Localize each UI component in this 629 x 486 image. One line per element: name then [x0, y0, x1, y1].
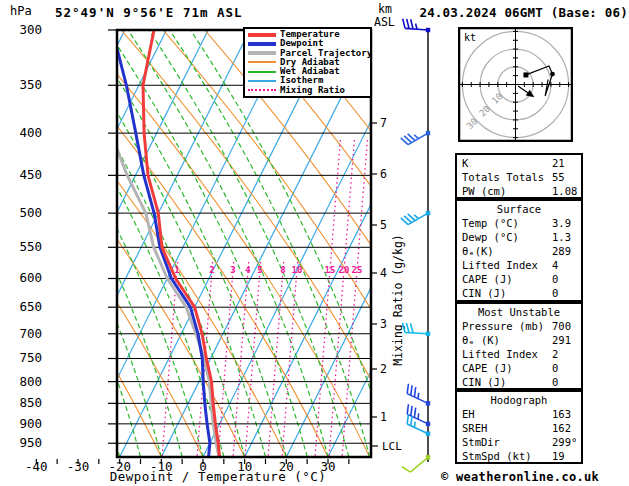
info-value: 55 — [552, 170, 565, 184]
info-value: 1.08 — [552, 184, 577, 198]
pressure-tick-label: 500 — [19, 205, 42, 220]
lcl-label: LCL — [382, 440, 402, 453]
hodograph-ring-label: 30 — [465, 116, 480, 131]
km-tick-label: 1 — [380, 410, 387, 424]
info-value: 163 — [552, 407, 571, 421]
plot-legend: TemperatureDewpointParcel TrajectoryDry … — [243, 27, 372, 98]
mixing-ratio-label: 15 — [325, 265, 336, 275]
pressure-tick-label: 600 — [19, 270, 42, 285]
wind-barb-joint — [426, 422, 430, 426]
info-label: Lifted Index — [462, 348, 538, 360]
mixing-ratio-line — [245, 262, 261, 457]
info-row: Lifted Index2 — [457, 347, 581, 361]
info-label: CIN (J) — [462, 376, 506, 388]
info-value: 700 — [552, 319, 571, 333]
pressure-tick-label: 300 — [19, 22, 42, 37]
info-value: 0 — [552, 286, 558, 300]
km-tick-label: 3 — [380, 317, 387, 331]
pressure-tick-label: 350 — [19, 77, 42, 92]
skewt-sounding-app: hPa 52°49'N 9°56'E 71m ASL km ASL 24.03.… — [0, 0, 629, 486]
temp-axis-title: Dewpoint / Temperature (°C) — [110, 469, 327, 484]
info-label: CIN (J) — [462, 287, 506, 299]
info-value: 0 — [552, 375, 558, 389]
info-row: SREH162 — [457, 421, 581, 435]
info-label: Totals Totals — [462, 171, 544, 183]
info-box-indices: K21Totals Totals55PW (cm)1.08 — [455, 153, 583, 199]
hodograph-panel: 102030kt — [458, 27, 573, 142]
info-value: 21 — [552, 156, 565, 170]
pressure-tick-label: 400 — [19, 125, 42, 140]
info-box-most-unstable: Most UnstablePressure (mb)700θₑ (K)291Li… — [455, 302, 583, 390]
info-box-title: Most Unstable — [457, 305, 581, 319]
info-row: Lifted Index4 — [457, 258, 581, 272]
legend-label: Mixing Ratio — [280, 85, 345, 95]
legend-swatch-parcel-trajectory — [248, 51, 276, 55]
temp-tick-label: -40 — [25, 459, 48, 474]
wind-barb-joint — [426, 332, 430, 336]
info-value: 1.3 — [552, 230, 571, 244]
km-tick-label: 6 — [380, 167, 387, 181]
mixing-ratio-label: 10 — [292, 265, 303, 275]
mixing-ratio-label: 3 — [230, 265, 235, 275]
pressure-tick-label: 450 — [19, 167, 42, 182]
info-value: 3.9 — [552, 216, 571, 230]
info-row: Pressure (mb)700 — [457, 319, 581, 333]
hodograph-ring-label: 20 — [477, 104, 492, 119]
wind-barb — [401, 125, 428, 146]
info-value: 291 — [552, 333, 571, 347]
info-label: CAPE (J) — [462, 362, 513, 374]
info-row: StmDir299° — [457, 435, 581, 449]
pressure-tick-label: 550 — [19, 239, 42, 254]
mixing-ratio-label: 5 — [257, 265, 262, 275]
info-row: PW (cm)1.08 — [457, 184, 581, 198]
info-row: StmSpd (kt)19 — [457, 449, 581, 463]
km-tick-label: 4 — [380, 266, 387, 280]
legend-swatch-temperature — [248, 33, 276, 37]
km-tick-label: 7 — [380, 116, 387, 130]
mixing-ratio-label: 8 — [280, 265, 285, 275]
info-box-title: Hodograph — [457, 393, 581, 407]
wet-adiabat-line — [0, 30, 99, 457]
mixing-ratio-label: 2 — [209, 265, 214, 275]
info-label: EH — [462, 408, 475, 420]
hodograph-ring-label: 10 — [490, 91, 505, 106]
curve-parcel-trajectory — [79, 30, 219, 457]
info-label: StmDir — [462, 436, 500, 448]
mixing-ratio-label: 25 — [352, 265, 363, 275]
legend-swatch-dewpoint — [248, 42, 276, 46]
mixing-ratio-label: 1 — [174, 265, 179, 275]
info-label: PW (cm) — [462, 185, 506, 197]
wind-barb-joint — [426, 455, 430, 459]
wind-barb — [402, 450, 428, 474]
dry-adiabat-line — [0, 30, 120, 457]
info-box-title: Surface — [457, 202, 581, 216]
wind-barb-joint — [426, 431, 430, 435]
wind-barb-joint — [426, 211, 430, 215]
info-box-surface: SurfaceTemp (°C)3.9Dewp (°C)1.3θₑ(K)289L… — [455, 199, 583, 302]
info-value: 2 — [552, 347, 558, 361]
temp-tick-label: -30 — [67, 459, 90, 474]
hodograph-start-marker — [523, 72, 528, 77]
pressure-tick-label: 750 — [19, 350, 42, 365]
mixing-ratio-label: 20 — [339, 265, 350, 275]
info-row: Temp (°C)3.9 — [457, 216, 581, 230]
info-value: 0 — [552, 361, 558, 375]
legend-swatch-isotherm — [248, 80, 276, 82]
info-value: 299° — [552, 435, 577, 449]
hodograph-point-marker — [550, 72, 555, 77]
wind-barb-joint — [426, 28, 430, 32]
info-row: Dewp (°C)1.3 — [457, 230, 581, 244]
info-label: Temp (°C) — [462, 217, 519, 229]
wind-barb-joint — [426, 131, 430, 135]
mixing-ratio-label: 4 — [245, 265, 251, 275]
info-value: 0 — [552, 272, 558, 286]
km-tick-label: 5 — [380, 218, 387, 232]
mixing-ratio-line — [331, 140, 341, 262]
info-row: θₑ (K)291 — [457, 333, 581, 347]
pressure-tick-label: 900 — [19, 416, 42, 431]
info-value: 4 — [552, 258, 558, 272]
info-label: Dewp (°C) — [462, 231, 519, 243]
mixing-ratio-line — [358, 140, 368, 262]
pressure-tick-label: 800 — [19, 374, 42, 389]
info-label: Pressure (mb) — [462, 320, 544, 332]
